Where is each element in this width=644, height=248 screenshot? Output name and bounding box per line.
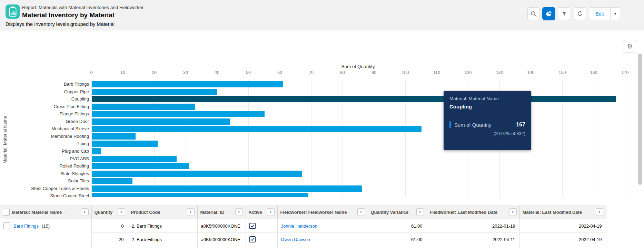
quantity-variance-cell: 61.00 — [368, 233, 427, 246]
select-all-checkbox[interactable] — [3, 209, 10, 216]
vertical-scrollbar — [636, 31, 644, 205]
edit-split-button: Edit ▼ — [589, 7, 620, 20]
edit-dropdown-button[interactable]: ▼ — [611, 8, 620, 20]
tooltip-field-value: Coupling — [449, 104, 525, 109]
chart-bar[interactable] — [92, 118, 230, 125]
chart-bar[interactable] — [92, 178, 132, 184]
column-menu-button[interactable]: ▼ — [509, 208, 517, 216]
chart-bar[interactable] — [92, 171, 302, 177]
chart-bar[interactable] — [92, 163, 189, 169]
column-header-material-material-name[interactable]: Material: Material Name↑▼ — [0, 205, 91, 219]
group-link[interactable]: Barb Fittings — [13, 223, 39, 229]
column-label: Material: ID — [200, 210, 225, 215]
chart-bar[interactable] — [92, 111, 265, 117]
active-cell — [246, 233, 277, 246]
chart-bar[interactable] — [92, 126, 422, 132]
column-header-active[interactable]: Active▼ — [246, 205, 277, 219]
page-title: Material Inventory by Material — [22, 11, 114, 19]
chart-bar[interactable] — [92, 133, 136, 140]
chart-bar[interactable] — [92, 96, 616, 102]
fieldworker-last-modified-cell: 2022-01-19 — [427, 219, 519, 233]
column-menu-button[interactable]: ▼ — [596, 208, 603, 216]
chart-bar[interactable] — [92, 193, 308, 197]
column-header-material-id[interactable]: Material: ID▼ — [197, 205, 246, 219]
chart-bar[interactable] — [92, 81, 283, 87]
toggle-chart-button[interactable] — [542, 7, 555, 20]
product-code-cell: 2. Barb Fittings — [128, 233, 197, 246]
column-menu-button[interactable]: ▼ — [416, 208, 424, 216]
quantity-cell: 0 — [91, 219, 128, 233]
y-category-label: Plug and Cap — [14, 149, 89, 154]
active-checkbox-checked[interactable] — [249, 236, 256, 242]
x-tick-label: 40 — [209, 70, 225, 75]
x-tick-label: 120 — [460, 70, 476, 75]
column-header-product-code[interactable]: Product Code▼ — [128, 205, 197, 219]
chart-bar[interactable] — [92, 104, 195, 110]
x-tick-label: 170 — [617, 70, 633, 75]
product-code-cell — [128, 246, 197, 248]
y-category-label: Barb Fittings — [14, 82, 89, 87]
column-menu-button[interactable]: ▼ — [118, 208, 125, 216]
column-menu-button[interactable]: ▼ — [267, 208, 275, 216]
chart-bar[interactable] — [92, 89, 217, 95]
refresh-button[interactable] — [574, 7, 586, 20]
quantity-variance-cell: 61.00 — [368, 219, 427, 233]
filter-button[interactable] — [558, 7, 570, 20]
x-tick-label: 110 — [429, 70, 444, 75]
column-header-material-last-modified-date[interactable]: Material: Last Modified Date▼ — [519, 205, 606, 219]
fieldworker-cell: Owen Dawson — [277, 233, 368, 246]
refresh-icon — [577, 10, 583, 17]
product-code-cell: 2. Barb Fittings — [128, 219, 197, 233]
tooltip-field-label: Material: Material Name — [449, 96, 525, 101]
column-label: Quantity — [95, 210, 113, 215]
active-cell — [246, 219, 277, 233]
tooltip-metric-label: Sum of Quantity — [454, 122, 492, 128]
chart-tooltip: Material: Material Name Coupling Sum of … — [444, 91, 531, 150]
column-label: Product Code — [131, 210, 160, 215]
scrollbar-thumb[interactable] — [638, 54, 642, 185]
chart-bar[interactable] — [92, 141, 158, 147]
chart-bar[interactable] — [92, 148, 101, 154]
search-button[interactable] — [527, 7, 540, 20]
column-header-fieldworker-last-modified-date[interactable]: Fieldworker: Last Modified Date▼ — [427, 205, 519, 219]
material-last-modified-cell: 2022-04-19 — [519, 233, 606, 246]
column-label: Material: Last Modified Date — [523, 210, 582, 215]
bar-chart: 0102030405060708090100110120130140150160… — [0, 31, 636, 197]
row-select-checkbox[interactable] — [3, 222, 10, 229]
y-category-label: Rolled Roofing — [14, 163, 89, 169]
fieldworker-cell — [277, 246, 368, 248]
active-cell — [246, 246, 277, 248]
x-tick-label: 0 — [84, 70, 99, 75]
y-category-label: Membrane Roofing — [14, 134, 89, 139]
group-cell: Barb Fittings (15) — [0, 219, 91, 248]
active-checkbox-checked[interactable] — [249, 223, 256, 229]
x-tick-label: 90 — [366, 70, 382, 75]
quantity-variance-cell — [368, 246, 427, 248]
fieldworker-last-modified-cell — [427, 246, 519, 248]
table-row: Barb Fittings (15)02. Barb Fittingsa0K5f… — [0, 219, 606, 233]
y-category-label: PVC ABS — [14, 156, 89, 162]
column-menu-button[interactable]: ▼ — [235, 208, 243, 216]
clipboard-body-icon — [9, 8, 16, 17]
column-header-quantity[interactable]: Quantity▼ — [91, 205, 128, 219]
search-icon — [531, 11, 537, 17]
x-tick-label: 70 — [304, 70, 319, 75]
report-description: Displays the Inventory levels grouped by… — [6, 21, 115, 27]
chart-settings-button[interactable]: ⚙ — [623, 40, 637, 53]
report-header: Report: Materials with Material Inventor… — [0, 0, 644, 30]
column-menu-button[interactable]: ▼ — [187, 208, 195, 216]
column-label: Material: Material Name — [12, 210, 62, 215]
column-menu-button[interactable]: ▼ — [81, 208, 89, 216]
edit-button[interactable]: Edit — [589, 8, 611, 20]
x-tick-label: 20 — [147, 70, 162, 75]
fieldworker-link[interactable]: Owen Dawson — [281, 237, 310, 242]
fieldworker-link[interactable]: Jonnie Henderson — [281, 223, 318, 229]
quantity-cell: 20 — [91, 233, 128, 246]
column-header-quantity-variance[interactable]: Quantity Variance▼ — [368, 205, 427, 219]
column-menu-button[interactable]: ▼ — [357, 208, 365, 216]
column-header-fieldworker-fieldworker-name[interactable]: Fieldworker: Fieldworker Name▼ — [277, 205, 368, 219]
y-category-label: Mechanical Sleeve — [14, 126, 89, 132]
report-table-section: Material: Material Name↑▼Quantity▼Produc… — [0, 205, 644, 248]
chart-bar[interactable] — [92, 185, 362, 192]
chart-bar[interactable] — [92, 156, 177, 162]
